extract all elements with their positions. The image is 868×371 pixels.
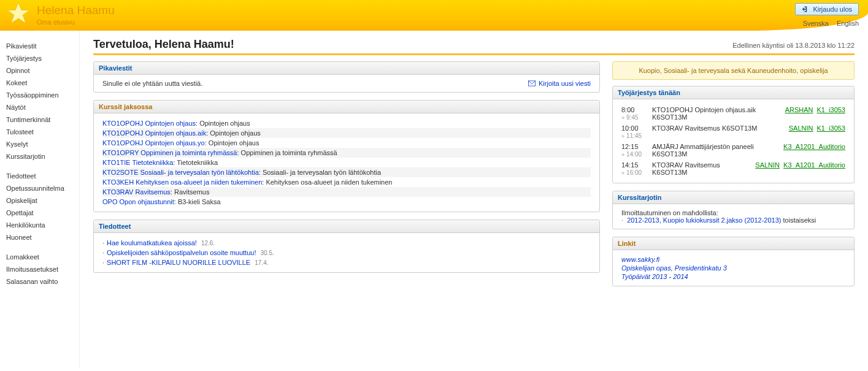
sidebar-item[interactable]: Työssäoppiminen — [6, 89, 79, 101]
course-row: KTO1TIE Tietotekniikka: Tietotekniikka — [102, 158, 591, 167]
sidebar-group: TiedotteetOpetussuunnitelmaOpiskelijatOp… — [6, 170, 79, 243]
enroll-link[interactable]: 2012-2013, Kuopio lukiokurssit 2.jakso (… — [627, 216, 781, 224]
sched-start: 8:00 — [621, 106, 652, 113]
user-name-title: Helena Haamu — [37, 0, 868, 17]
arrow-icon: » — [621, 133, 624, 139]
sidebar-item[interactable]: Ilmoitusasetukset — [6, 263, 79, 275]
sched-end: 16:00 — [626, 169, 642, 176]
teacher-link[interactable]: SALNIN — [789, 124, 813, 132]
sidebar-item[interactable]: Pikaviestit — [6, 40, 79, 52]
course-desc: : Tietotekniikka — [173, 159, 218, 166]
course-link[interactable]: KTO1OPRY Oppiminen ja toiminta ryhmässä — [102, 149, 237, 156]
sched-meta: ARSHANK1_i3053 — [782, 106, 845, 121]
sidebar-item[interactable]: Tuntimerkinnät — [6, 113, 79, 126]
external-link[interactable]: www.sakky.fi — [621, 255, 845, 264]
course-link[interactable]: KTO1OPOHJ Opintojen ohjaus.aik — [102, 129, 206, 137]
sched-desc: KTO3RAV Ravitsemus K6SOT13M — [652, 124, 785, 139]
course-link[interactable]: KTO1OPOHJ Opintojen ohjaus.yo — [102, 139, 205, 147]
sidebar-item[interactable]: Henkilökunta — [6, 219, 79, 231]
schedule-row: 12:15» 14:00AMJÄRJ Ammattijärjestön pane… — [621, 141, 845, 159]
schedule-panel-title: Työjärjestys tänään — [613, 86, 854, 99]
course-row: KTO1OPOHJ Opintojen ohjaus.aik: Opintoje… — [102, 128, 591, 138]
course-desc: : Oppiminen ja toiminta ryhmässä — [237, 149, 337, 156]
enroll-suffix: toistaiseksi — [783, 216, 816, 224]
room-link[interactable]: K1_i3053 — [817, 106, 846, 113]
room-link[interactable]: K1_i3053 — [817, 124, 846, 132]
arrow-icon: » — [621, 170, 624, 176]
sched-end: 9:45 — [626, 114, 638, 121]
sidebar-item[interactable]: Kyselyt — [6, 138, 79, 150]
arrow-icon: » — [621, 115, 624, 121]
external-link[interactable]: Työpäivät 2013 - 2014 — [621, 272, 845, 281]
course-link[interactable]: KTO2SOTE Sosiaali- ja terveysalan työn l… — [102, 169, 259, 176]
sidebar-item[interactable]: Näytöt — [6, 101, 79, 113]
sched-desc: KTO3RAV Ravitsemus K6SOT13M — [652, 161, 751, 176]
course-desc: : Opintojen ohjaus — [205, 139, 259, 147]
course-desc: : Ravitsemus — [171, 188, 210, 196]
course-desc: : Opintojen ohjaus — [196, 120, 250, 127]
sidebar-item[interactable]: Kurssitarjotin — [6, 150, 79, 163]
sidebar-item[interactable]: Lomakkeet — [6, 251, 79, 263]
bulletin-row: ·Hae koulumatkatukea ajoissa! 12.6. — [102, 238, 591, 248]
sched-meta: K3_A1201_Auditorio — [780, 143, 845, 158]
role-info-strip: Kuopio, Sosiaali- ja terveysala sekä Kau… — [612, 61, 855, 80]
sched-end: 11:45 — [626, 132, 642, 139]
lang-link[interactable]: Svenska — [803, 20, 829, 27]
bulletins-panel: Tiedotteet ·Hae koulumatkatukea ajoissa!… — [93, 220, 600, 273]
links-panel: Linkit www.sakky.fiOpiskelijan opas, Pre… — [612, 237, 855, 286]
courses-panel: Kurssit jaksossa KTO1OPOHJ Opintojen ohj… — [93, 100, 600, 212]
sched-start: 10:00 — [621, 124, 652, 132]
main-header: Tervetuloa, Helena Haamu! Edellinen käyn… — [93, 38, 855, 55]
sidebar-item[interactable]: Tiedotteet — [6, 170, 79, 182]
sidebar-item[interactable]: Salasanan vaihto — [6, 275, 79, 288]
sidebar-item[interactable]: Opetussuunnitelma — [6, 182, 79, 194]
lang-link[interactable]: English — [837, 20, 859, 27]
courses-panel-title: Kurssit jaksossa — [94, 101, 599, 113]
course-row: KTO1OPOHJ Opintojen ohjaus: Opintojen oh… — [102, 118, 591, 128]
schedule-row: 10:00» 11:45KTO3RAV Ravitsemus K6SOT13MS… — [621, 123, 845, 141]
bulletin-row: ·SHORT FILM -KILPAILU NUORILLE LUOVILLE … — [102, 258, 591, 267]
sidebar-item[interactable]: Opinnot — [6, 64, 79, 77]
compose-message-link[interactable]: Kirjoita uusi viesti — [528, 80, 591, 87]
logout-button[interactable]: Kirjaudu ulos — [795, 3, 859, 15]
sched-desc: KTO1OPOHJ Opintojen ohjaus.aik K6SOT13M — [652, 106, 782, 121]
bulletin-date: 17.4. — [255, 259, 268, 266]
bulletin-link[interactable]: SHORT FILM -KILPAILU NUORILLE LUOVILLE — [107, 259, 250, 266]
course-link[interactable]: OPO Opon ohjaustunnit — [102, 198, 174, 205]
course-row: KTO3RAV Ravitsemus: Ravitsemus — [102, 187, 591, 197]
teacher-link[interactable]: ARSHAN — [785, 106, 813, 113]
schedule-row: 8:00» 9:45KTO1OPOHJ Opintojen ohjaus.aik… — [621, 104, 845, 123]
course-row: KTO1OPOHJ Opintojen ohjaus.yo: Opintojen… — [102, 138, 591, 148]
sched-end: 14:00 — [626, 151, 642, 158]
bulletin-link[interactable]: Opiskelijoiden sähköpostipalvelun osoite… — [107, 249, 256, 256]
teacher-link[interactable]: SALNIN — [755, 161, 780, 169]
sched-start: 12:15 — [621, 143, 652, 150]
course-desc: : Opintojen ohjaus — [206, 129, 261, 137]
sidebar-item[interactable]: Kokeet — [6, 77, 79, 89]
messages-empty-text: Sinulle ei ole yhtään uutta viestiä. — [102, 80, 202, 87]
star-icon — [6, 1, 31, 26]
course-row: KTO2SOTE Sosiaali- ja terveysalan työn l… — [102, 167, 591, 177]
sidebar-item[interactable]: Huoneet — [6, 231, 79, 243]
sidebar-item[interactable]: Opettajat — [6, 207, 79, 219]
course-link[interactable]: KTO1TIE Tietotekniikka — [102, 159, 173, 166]
header-banner: Helena Haamu Oma etusivu Kirjaudu ulos S… — [0, 0, 868, 31]
course-row: OPO Opon ohjaustunnit: B3-kieli Saksa — [102, 197, 591, 207]
page-subtitle: Oma etusivu — [37, 18, 868, 26]
messages-panel: Pikaviestit Sinulle ei ole yhtään uutta … — [93, 61, 600, 93]
sidebar-group: PikaviestitTyöjärjestysOpinnotKokeetTyös… — [6, 40, 79, 163]
room-link[interactable]: K3_A1201_Auditorio — [783, 161, 845, 169]
course-link[interactable]: KTO1OPOHJ Opintojen ohjaus — [102, 120, 196, 127]
bulletins-panel-title: Tiedotteet — [94, 220, 599, 233]
sidebar-item[interactable]: Työjärjestys — [6, 52, 79, 64]
envelope-icon — [528, 80, 536, 87]
external-link[interactable]: Opiskelijan opas, Presidentinkatu 3 — [621, 264, 845, 272]
svg-marker-0 — [7, 2, 30, 23]
sidebar-item[interactable]: Opiskelijat — [6, 194, 79, 207]
sidebar-item[interactable]: Tulosteet — [6, 126, 79, 138]
bulletin-link[interactable]: Hae koulumatkatukea ajoissa! — [107, 239, 197, 247]
sidebar-nav: PikaviestitTyöjärjestysOpinnotKokeetTyös… — [0, 31, 80, 368]
room-link[interactable]: K3_A1201_Auditorio — [783, 143, 845, 150]
course-link[interactable]: KTO3KEH Kehityksen osa-alueet ja niiden … — [102, 178, 262, 186]
course-link[interactable]: KTO3RAV Ravitsemus — [102, 188, 171, 196]
